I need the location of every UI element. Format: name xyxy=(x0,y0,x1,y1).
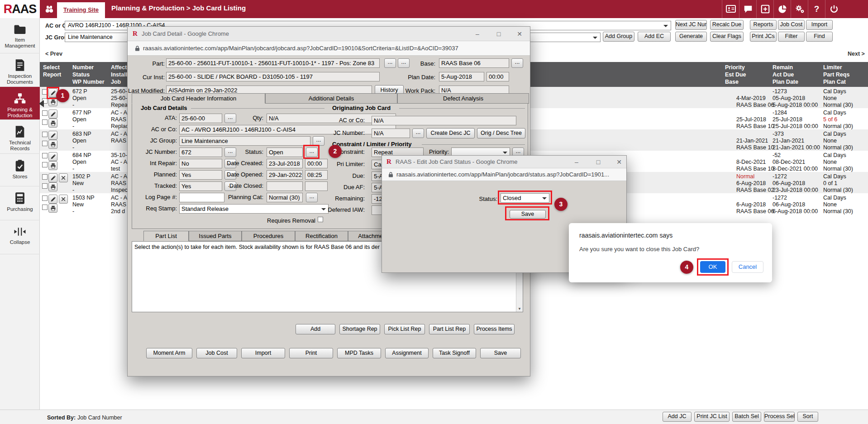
jc-group-field[interactable]: Line Maintenance xyxy=(179,136,310,146)
filter-button[interactable]: Filter xyxy=(778,32,805,42)
edit-jobcard-icon[interactable] xyxy=(48,195,57,204)
print-jobcard-icon[interactable] xyxy=(48,140,57,149)
add-ec-button[interactable]: Add EC xyxy=(638,32,671,42)
jobcard-print-button[interactable]: Print xyxy=(289,348,333,358)
tab-procedures[interactable]: Procedures xyxy=(242,231,295,241)
jc-group-lookup-button[interactable]: ... xyxy=(313,136,324,146)
add-group-button[interactable]: Add Group xyxy=(603,32,634,42)
date-opened-field[interactable]: 29-Jan-2022 xyxy=(267,170,303,180)
footer-sort-button[interactable]: Sort xyxy=(797,412,818,422)
footer-batch-sel-button[interactable]: Batch Sel xyxy=(732,412,761,422)
status-field[interactable]: Open xyxy=(267,148,303,157)
generate-button[interactable]: Generate xyxy=(675,32,707,42)
delete-jobcard-icon[interactable] xyxy=(59,173,68,182)
orig-jc-number-field[interactable]: N/A xyxy=(372,129,410,138)
orig-ac-or-co-field[interactable]: N/A xyxy=(372,116,516,125)
report-row-checkbox[interactable] xyxy=(42,141,48,146)
edit-jobcard-icon[interactable] xyxy=(48,152,57,161)
base-field[interactable]: RAAS Base 06 xyxy=(439,58,509,68)
close-icon[interactable]: ✕ xyxy=(513,30,526,38)
print-jobcard-icon[interactable] xyxy=(48,97,57,106)
partlist-shortage-rep-button[interactable]: Shortage Rep xyxy=(339,324,380,334)
select-row-checkbox[interactable] xyxy=(42,153,48,158)
status-window-url[interactable]: raasais.aviationintertec.com/app/MainPla… xyxy=(396,171,609,178)
jobcard-assignment-button[interactable]: Assignment xyxy=(385,348,429,358)
select-row-checkbox[interactable] xyxy=(42,132,48,137)
jc-number-lookup-button[interactable]: ... xyxy=(224,148,236,157)
create-desc-jc-button[interactable]: Create Desc JC xyxy=(426,128,475,138)
recalc-due-button[interactable]: Recalc Due xyxy=(710,20,744,30)
minimize-icon[interactable]: – xyxy=(471,30,484,38)
column-remain-actdue-plandate[interactable]: Remain Act Due Plan Date xyxy=(773,64,798,86)
print-jobcard-icon[interactable] xyxy=(48,182,57,191)
print-jobcard-icon[interactable] xyxy=(48,119,57,128)
find-button[interactable]: Find xyxy=(806,32,833,42)
print-jobcard-icon[interactable] xyxy=(48,204,57,213)
planned-field[interactable]: Yes xyxy=(179,170,222,180)
jobcard-moment-arm-button[interactable]: Moment Arm xyxy=(146,348,192,358)
edit-jobcard-icon[interactable] xyxy=(48,173,57,182)
messages-icon[interactable] xyxy=(739,0,756,18)
edit-jobcard-icon[interactable] xyxy=(48,110,57,119)
maximize-icon[interactable]: □ xyxy=(492,30,506,38)
ata-field[interactable]: 25-60-00 xyxy=(179,114,222,123)
close-icon[interactable]: ✕ xyxy=(612,158,626,166)
ata-lookup-button[interactable]: ... xyxy=(224,114,236,123)
report-row-checkbox[interactable] xyxy=(42,205,48,210)
jobcard-window-url[interactable]: raasais.aviationintertec.com/app/MainPla… xyxy=(143,45,458,52)
part-field[interactable]: 25-60-00 - 256011-FUT-10010-1 - 256011-F… xyxy=(166,58,380,68)
orig-jc-lookup-button[interactable]: ... xyxy=(412,129,424,138)
maximize-icon[interactable]: □ xyxy=(591,158,605,166)
print-jcs-button[interactable]: Print JCs xyxy=(750,32,777,42)
date-closed-field[interactable] xyxy=(267,181,303,191)
job-cost-button[interactable]: Job Cost xyxy=(778,20,805,30)
tracked-field[interactable]: Yes xyxy=(179,181,222,191)
help-icon[interactable]: ? xyxy=(808,0,825,18)
sidebar-item-planning-production[interactable]: Planning & Production xyxy=(0,87,40,120)
column-priority-estdue-base[interactable]: Priority Est Due Base xyxy=(725,64,746,86)
jobcard-import-button[interactable]: Import xyxy=(241,348,285,358)
report-row-checkbox[interactable] xyxy=(42,183,48,189)
date-created-field[interactable]: 23-Jul-2018 xyxy=(267,159,303,168)
import-button[interactable]: Import xyxy=(806,20,833,30)
jobcard-save-button[interactable]: Save xyxy=(480,348,521,358)
next-page-link[interactable]: Next > xyxy=(848,51,865,57)
status-select[interactable]: Closed xyxy=(501,193,549,203)
part-lookup-button[interactable]: ... xyxy=(384,58,396,68)
sidebar-item-inspection-documents[interactable]: Inspection Documents xyxy=(0,53,40,87)
next-jc-num-button[interactable]: Next JC Num xyxy=(675,20,707,30)
tab-issued-parts[interactable]: Issued Parts xyxy=(189,231,242,241)
tab-defect-analysis[interactable]: Defect Analysis xyxy=(397,93,529,104)
jobcard-job-cost-button[interactable]: Job Cost xyxy=(196,348,237,358)
footer-process-sel-button[interactable]: Process Sel xyxy=(764,412,795,422)
footer-print-jc-list-button[interactable]: Print JC List xyxy=(694,412,730,422)
select-row-checkbox[interactable] xyxy=(42,174,48,180)
partlist-pick-list-rep-button[interactable]: Pick List Rep xyxy=(384,324,425,334)
power-icon[interactable] xyxy=(825,0,842,18)
tab-part-list[interactable]: Part List xyxy=(143,231,189,241)
tab-training-site[interactable]: Training Site xyxy=(57,2,105,18)
sidebar-item-item-management[interactable]: Item Management xyxy=(0,18,40,53)
partlist-process-items-button[interactable]: Process Items xyxy=(474,324,515,334)
tab-rectification[interactable]: Rectification xyxy=(295,231,348,241)
partlist-add-button[interactable]: Add xyxy=(296,324,335,334)
employee-card-icon[interactable] xyxy=(722,0,739,18)
req-stamp-select[interactable]: Standard Release xyxy=(179,204,329,214)
int-repair-field[interactable]: No xyxy=(179,159,222,168)
prev-page-link[interactable]: < Prev xyxy=(45,51,62,57)
select-row-checkbox[interactable] xyxy=(42,110,48,116)
delete-jobcard-icon[interactable] xyxy=(59,195,68,204)
jobcard-window-titlebar[interactable]: R Job Card Detail - Google Chrome – □ ✕ xyxy=(128,27,530,41)
binoculars-icon[interactable] xyxy=(44,4,54,16)
column-number-status-wp[interactable]: Number Status WP Number xyxy=(72,64,105,86)
planning-cat-field[interactable]: Normal (30) xyxy=(267,193,303,202)
reports-button[interactable]: Reports xyxy=(750,20,777,30)
jc-number-field[interactable]: 672 xyxy=(179,148,222,157)
plan-date-field[interactable]: 5-Aug-2018 xyxy=(439,72,484,81)
cur-inst-field[interactable]: 25-60-00 - SLIDE / PACK BOARD - D31050-1… xyxy=(166,72,380,81)
select-row-checkbox[interactable] xyxy=(42,195,48,201)
jobcard-task-signoff-button[interactable]: Task Signoff xyxy=(433,348,476,358)
column-limiter-partreqs-plancat[interactable]: Limiter Part Reqs Plan Cat xyxy=(823,64,849,86)
edit-jobcard-icon[interactable] xyxy=(48,131,57,140)
orig-desc-tree-button[interactable]: Orig / Desc Tree xyxy=(477,128,525,138)
